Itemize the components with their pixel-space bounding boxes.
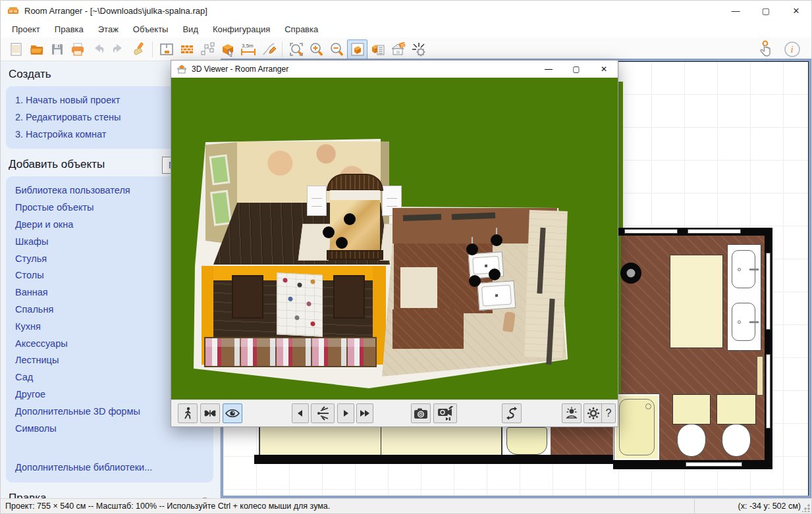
maximize-button[interactable]: ▢ (751, 1, 781, 20)
status-project-info: Проект: 755 × 540 см -- Масштаб: 100% --… (1, 501, 694, 511)
viewer-window: 3D Viewer - Room Arranger — ▢ ✕ (171, 60, 618, 427)
object-list-button[interactable] (367, 39, 388, 59)
plan-toilet-tank (717, 394, 756, 424)
menu-bar: Проект Правка Этаж Объекты Вид Конфигура… (1, 20, 811, 38)
view-3d-icon (350, 41, 365, 57)
measure-icon-label: 3,5m (242, 43, 254, 49)
plan-window (688, 229, 741, 234)
scene-ceiling-lamp (489, 269, 501, 280)
zoom-window-icon (288, 41, 304, 57)
edit-walls-button[interactable] (176, 39, 197, 59)
view-3d-button[interactable] (347, 39, 367, 59)
menu-objects[interactable]: Объекты (126, 22, 176, 36)
scene-ceiling-lamp (344, 213, 356, 225)
play-button[interactable] (337, 403, 354, 423)
minimize-button[interactable]: — (720, 1, 751, 20)
viewer-maximize-button[interactable]: ▢ (562, 61, 590, 78)
menu-configuration[interactable]: Конфигурация (205, 22, 277, 36)
plan-window (766, 253, 771, 330)
fast-forward-icon (360, 409, 370, 417)
status-bar: Проект: 755 × 540 см -- Масштаб: 100% --… (1, 498, 811, 513)
points-path-icon (200, 41, 215, 57)
title-bar: Room Arranger - [~\Downloads\julka-spaln… (1, 1, 811, 20)
rotate-model-button[interactable] (502, 403, 522, 423)
menu-help[interactable]: Справка (277, 22, 325, 36)
edit-points-button[interactable] (197, 39, 217, 59)
new-button[interactable] (6, 39, 26, 59)
resize-grip[interactable] (802, 504, 810, 512)
render-settings-button[interactable] (408, 39, 429, 59)
plan-toilet-bowl (677, 424, 706, 457)
add-object-button[interactable] (217, 39, 238, 59)
measure-button[interactable]: 3,5m (238, 39, 258, 59)
previous-icon (296, 409, 304, 417)
edit-rooms-button[interactable] (156, 39, 176, 59)
format-paint-button[interactable] (128, 39, 149, 59)
plan-window (686, 462, 742, 467)
menu-view[interactable]: Вид (175, 22, 205, 36)
zoom-window-button[interactable] (286, 39, 306, 59)
draw-button[interactable] (258, 39, 279, 59)
viewer-title-bar[interactable]: 3D Viewer - Room Arranger — ▢ ✕ (171, 61, 618, 78)
viewer-settings-button[interactable] (583, 403, 603, 423)
lighting-button[interactable] (562, 403, 582, 423)
redo-icon (111, 41, 126, 57)
viewer-3d-scene[interactable] (171, 78, 618, 401)
menu-edit[interactable]: Правка (47, 22, 91, 36)
plan-ceiling-lamp (620, 263, 641, 284)
house-3d-icon: 3D (390, 41, 407, 57)
plan-cabinet (670, 255, 723, 348)
plan-wall-bottom-left (254, 455, 613, 464)
additional-libraries-link[interactable]: Дополнительные библиотеки... (15, 459, 204, 476)
scene-bathroom-rightwall (524, 210, 568, 359)
plan-floor-patch (551, 425, 613, 458)
viewer-help-button[interactable]: ? (601, 403, 616, 423)
walk-mode-button[interactable] (178, 403, 198, 423)
examine-mode-button[interactable] (223, 403, 242, 423)
save-button[interactable] (47, 39, 67, 59)
play-icon (342, 409, 350, 417)
help-label: ? (606, 407, 612, 419)
open-button[interactable] (26, 39, 47, 59)
plan-sink-unit (727, 244, 761, 351)
zoom-out-button[interactable] (327, 39, 347, 59)
touch-mode-button[interactable] (755, 39, 775, 59)
close-button[interactable]: ✕ (781, 1, 811, 20)
scene-ceiling-lamp (323, 226, 335, 238)
undo-button[interactable] (88, 39, 108, 59)
plan-toilet-tank (672, 394, 711, 424)
viewer-close-button[interactable]: ✕ (590, 61, 618, 78)
scene-ceiling-lamp (336, 237, 348, 249)
object-list-icon (370, 41, 386, 57)
scene-wardrobe-row (204, 337, 377, 367)
scene-shoe-rack (277, 272, 323, 337)
fast-forward-button[interactable] (356, 403, 373, 423)
scene-ceiling-lamp (469, 275, 481, 287)
zoom-out-icon (329, 41, 345, 57)
zoom-in-button[interactable] (306, 39, 327, 59)
menu-project[interactable]: Проект (5, 22, 47, 36)
scene-ceiling-lamp (491, 234, 502, 246)
record-video-button[interactable] (433, 403, 457, 423)
light-icon (565, 407, 578, 420)
fly-mode-button[interactable] (200, 403, 220, 423)
measure-icon: 3,5m (240, 41, 257, 57)
step-back-button[interactable] (292, 403, 309, 423)
add-objects-title-text: Добавить объекты (9, 158, 105, 170)
viewer-title: 3D Viewer - Room Arranger (192, 64, 535, 74)
viewer-minimize-button[interactable]: — (535, 61, 562, 78)
rotate-s-icon (506, 407, 517, 420)
plan-wardrobe-divider (381, 425, 381, 456)
info-icon: i (784, 41, 801, 58)
menu-floor[interactable]: Этаж (91, 22, 126, 36)
app-logo-sofa-icon (7, 6, 19, 15)
print-button[interactable] (67, 39, 88, 59)
svg-text:3D: 3D (400, 42, 406, 47)
screenshot-button[interactable] (411, 403, 431, 423)
scene-closet-door (333, 275, 365, 319)
about-button[interactable]: i (782, 39, 802, 59)
effects-button[interactable] (311, 403, 335, 423)
walkthrough-3d-button[interactable]: 3D (388, 39, 408, 59)
redo-button[interactable] (108, 39, 128, 59)
plan-shower-tray (506, 427, 547, 455)
